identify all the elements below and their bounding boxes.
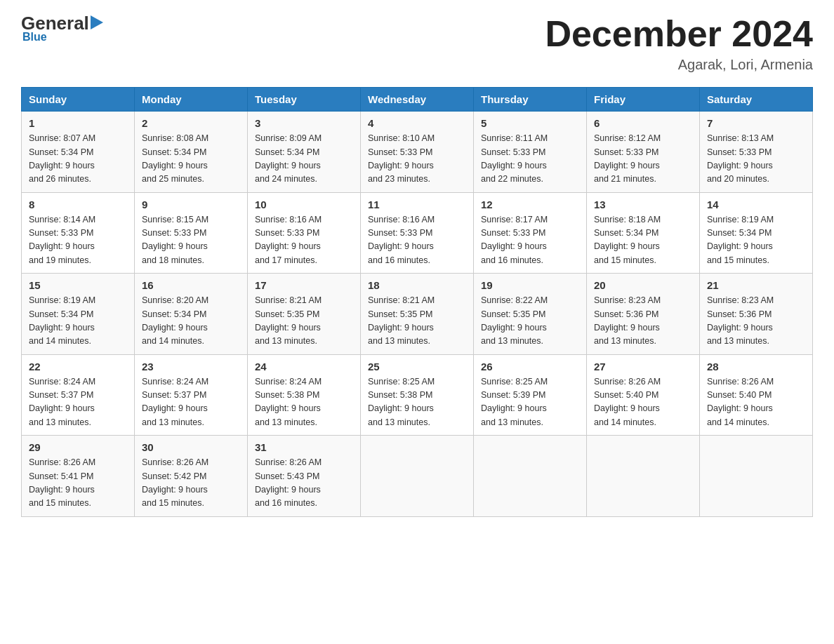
day-number: 26 <box>481 361 579 373</box>
day-info: Sunrise: 8:10 AMSunset: 5:33 PMDaylight:… <box>368 132 466 187</box>
calendar-cell: 31 Sunrise: 8:26 AMSunset: 5:43 PMDaylig… <box>248 436 361 517</box>
calendar-cell: 5 Sunrise: 8:11 AMSunset: 5:33 PMDayligh… <box>474 112 587 193</box>
calendar-cell <box>474 436 587 517</box>
calendar-cell: 15 Sunrise: 8:19 AMSunset: 5:34 PMDaylig… <box>22 274 135 355</box>
calendar-cell: 17 Sunrise: 8:21 AMSunset: 5:35 PMDaylig… <box>248 274 361 355</box>
calendar-cell: 8 Sunrise: 8:14 AMSunset: 5:33 PMDayligh… <box>22 192 135 274</box>
day-number: 14 <box>707 199 805 210</box>
day-number: 12 <box>481 199 579 210</box>
day-info: Sunrise: 8:24 AMSunset: 5:37 PMDaylight:… <box>29 375 127 430</box>
day-number: 4 <box>368 117 466 129</box>
location: Agarak, Lori, Armenia <box>545 57 813 73</box>
day-info: Sunrise: 8:15 AMSunset: 5:33 PMDaylight:… <box>142 213 240 268</box>
day-info: Sunrise: 8:23 AMSunset: 5:36 PMDaylight:… <box>707 294 805 349</box>
calendar-cell: 20 Sunrise: 8:23 AMSunset: 5:36 PMDaylig… <box>587 274 700 355</box>
day-number: 24 <box>255 361 353 373</box>
day-number: 15 <box>29 279 127 291</box>
day-info: Sunrise: 8:19 AMSunset: 5:34 PMDaylight:… <box>29 294 127 349</box>
day-number: 10 <box>255 199 353 210</box>
calendar-cell: 4 Sunrise: 8:10 AMSunset: 5:33 PMDayligh… <box>361 112 474 193</box>
day-info: Sunrise: 8:26 AMSunset: 5:40 PMDaylight:… <box>707 375 805 430</box>
day-number: 13 <box>594 199 692 210</box>
day-number: 17 <box>255 279 353 291</box>
calendar-cell: 6 Sunrise: 8:12 AMSunset: 5:33 PMDayligh… <box>587 112 700 193</box>
calendar-cell: 22 Sunrise: 8:24 AMSunset: 5:37 PMDaylig… <box>22 354 135 436</box>
day-info: Sunrise: 8:17 AMSunset: 5:33 PMDaylight:… <box>481 213 579 268</box>
calendar-cell: 3 Sunrise: 8:09 AMSunset: 5:34 PMDayligh… <box>248 112 361 193</box>
day-number: 3 <box>255 117 353 129</box>
title-block: December 2024 Agarak, Lori, Armenia <box>545 14 813 73</box>
day-number: 25 <box>368 361 466 373</box>
day-number: 2 <box>142 117 240 129</box>
day-info: Sunrise: 8:22 AMSunset: 5:35 PMDaylight:… <box>481 294 579 349</box>
calendar-cell <box>587 436 700 517</box>
day-info: Sunrise: 8:07 AMSunset: 5:34 PMDaylight:… <box>29 132 127 187</box>
calendar-week-row: 22 Sunrise: 8:24 AMSunset: 5:37 PMDaylig… <box>22 354 813 436</box>
calendar-week-row: 29 Sunrise: 8:26 AMSunset: 5:41 PMDaylig… <box>22 436 813 517</box>
day-number: 18 <box>368 279 466 291</box>
calendar-cell: 14 Sunrise: 8:19 AMSunset: 5:34 PMDaylig… <box>700 192 813 274</box>
calendar-cell: 29 Sunrise: 8:26 AMSunset: 5:41 PMDaylig… <box>22 436 135 517</box>
weekday-header-saturday: Saturday <box>700 88 813 112</box>
day-info: Sunrise: 8:14 AMSunset: 5:33 PMDaylight:… <box>29 213 127 268</box>
day-number: 7 <box>707 117 805 129</box>
calendar-table: SundayMondayTuesdayWednesdayThursdayFrid… <box>21 87 813 517</box>
day-info: Sunrise: 8:25 AMSunset: 5:39 PMDaylight:… <box>481 375 579 430</box>
day-info: Sunrise: 8:25 AMSunset: 5:38 PMDaylight:… <box>368 375 466 430</box>
day-info: Sunrise: 8:12 AMSunset: 5:33 PMDaylight:… <box>594 132 692 187</box>
calendar-cell: 26 Sunrise: 8:25 AMSunset: 5:39 PMDaylig… <box>474 354 587 436</box>
day-number: 19 <box>481 279 579 291</box>
calendar-cell: 18 Sunrise: 8:21 AMSunset: 5:35 PMDaylig… <box>361 274 474 355</box>
day-info: Sunrise: 8:26 AMSunset: 5:43 PMDaylight:… <box>255 456 353 511</box>
day-info: Sunrise: 8:09 AMSunset: 5:34 PMDaylight:… <box>255 132 353 187</box>
day-number: 1 <box>29 117 127 129</box>
day-info: Sunrise: 8:23 AMSunset: 5:36 PMDaylight:… <box>594 294 692 349</box>
logo-blue-label: Blue <box>22 31 47 43</box>
day-info: Sunrise: 8:21 AMSunset: 5:35 PMDaylight:… <box>368 294 466 349</box>
day-number: 22 <box>29 361 127 373</box>
svg-marker-0 <box>91 15 103 29</box>
day-info: Sunrise: 8:16 AMSunset: 5:33 PMDaylight:… <box>368 213 466 268</box>
calendar-cell: 21 Sunrise: 8:23 AMSunset: 5:36 PMDaylig… <box>700 274 813 355</box>
weekday-header-tuesday: Tuesday <box>248 88 361 112</box>
day-number: 6 <box>594 117 692 129</box>
weekday-header-sunday: Sunday <box>22 88 135 112</box>
day-number: 11 <box>368 199 466 210</box>
day-number: 8 <box>29 199 127 210</box>
logo-text: General <box>21 14 106 32</box>
calendar-week-row: 1 Sunrise: 8:07 AMSunset: 5:34 PMDayligh… <box>22 112 813 193</box>
day-info: Sunrise: 8:19 AMSunset: 5:34 PMDaylight:… <box>707 213 805 268</box>
day-number: 31 <box>255 441 353 453</box>
calendar-cell: 13 Sunrise: 8:18 AMSunset: 5:34 PMDaylig… <box>587 192 700 274</box>
day-info: Sunrise: 8:24 AMSunset: 5:38 PMDaylight:… <box>255 375 353 430</box>
day-number: 9 <box>142 199 240 210</box>
day-number: 23 <box>142 361 240 373</box>
calendar-cell <box>361 436 474 517</box>
day-number: 21 <box>707 279 805 291</box>
day-info: Sunrise: 8:16 AMSunset: 5:33 PMDaylight:… <box>255 213 353 268</box>
page-header: General Blue December 2024 Agarak, Lori,… <box>21 14 813 73</box>
day-info: Sunrise: 8:13 AMSunset: 5:33 PMDaylight:… <box>707 132 805 187</box>
day-info: Sunrise: 8:26 AMSunset: 5:42 PMDaylight:… <box>142 456 240 511</box>
weekday-header-row: SundayMondayTuesdayWednesdayThursdayFrid… <box>22 88 813 112</box>
calendar-cell: 11 Sunrise: 8:16 AMSunset: 5:33 PMDaylig… <box>361 192 474 274</box>
day-info: Sunrise: 8:24 AMSunset: 5:37 PMDaylight:… <box>142 375 240 430</box>
calendar-cell: 19 Sunrise: 8:22 AMSunset: 5:35 PMDaylig… <box>474 274 587 355</box>
day-info: Sunrise: 8:21 AMSunset: 5:35 PMDaylight:… <box>255 294 353 349</box>
weekday-header-thursday: Thursday <box>474 88 587 112</box>
day-info: Sunrise: 8:20 AMSunset: 5:34 PMDaylight:… <box>142 294 240 349</box>
calendar-cell: 10 Sunrise: 8:16 AMSunset: 5:33 PMDaylig… <box>248 192 361 274</box>
day-number: 5 <box>481 117 579 129</box>
calendar-cell: 23 Sunrise: 8:24 AMSunset: 5:37 PMDaylig… <box>135 354 248 436</box>
day-number: 30 <box>142 441 240 453</box>
calendar-cell: 24 Sunrise: 8:24 AMSunset: 5:38 PMDaylig… <box>248 354 361 436</box>
day-info: Sunrise: 8:18 AMSunset: 5:34 PMDaylight:… <box>594 213 692 268</box>
calendar-cell: 7 Sunrise: 8:13 AMSunset: 5:33 PMDayligh… <box>700 112 813 193</box>
day-info: Sunrise: 8:08 AMSunset: 5:34 PMDaylight:… <box>142 132 240 187</box>
calendar-cell: 16 Sunrise: 8:20 AMSunset: 5:34 PMDaylig… <box>135 274 248 355</box>
day-number: 29 <box>29 441 127 453</box>
day-number: 16 <box>142 279 240 291</box>
weekday-header-wednesday: Wednesday <box>361 88 474 112</box>
calendar-week-row: 15 Sunrise: 8:19 AMSunset: 5:34 PMDaylig… <box>22 274 813 355</box>
day-info: Sunrise: 8:26 AMSunset: 5:40 PMDaylight:… <box>594 375 692 430</box>
